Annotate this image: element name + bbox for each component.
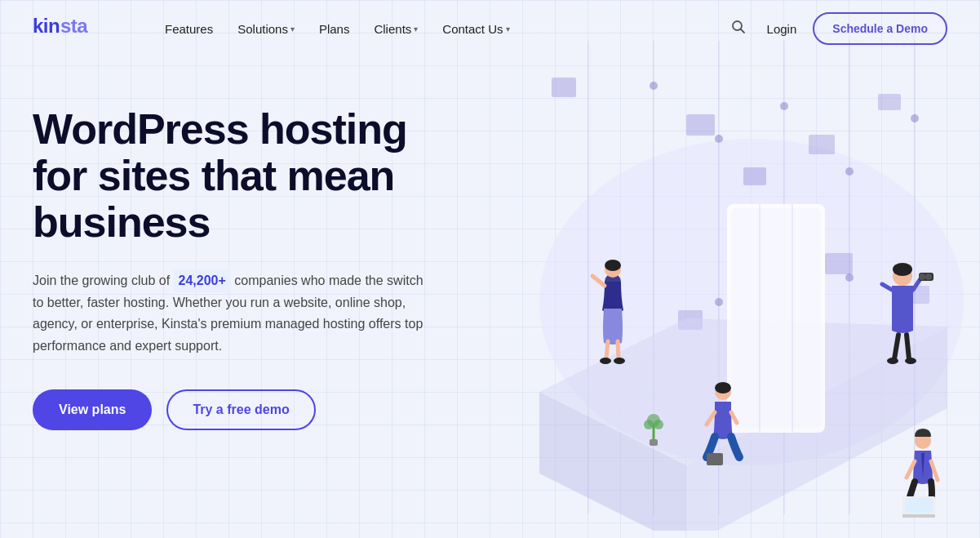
hero-buttons: View plans Try a free demo	[33, 389, 465, 430]
company-count-badge: 24,200+	[174, 269, 231, 292]
nav-links: Features Solutions ▾ Plans Clients ▾ Con…	[155, 16, 726, 42]
navbar: kin sta Features Solutions ▾ Plans Clien…	[0, 0, 980, 57]
nav-right: Login Schedule a Demo	[726, 12, 947, 45]
svg-text:sta: sta	[60, 15, 88, 37]
hero-subtitle: Join the growing club of 24,200+ compani…	[33, 269, 432, 358]
hero-section: WordPress hosting for sites that mean bu…	[0, 57, 980, 538]
nav-contact[interactable]: Contact Us ▾	[432, 16, 519, 42]
nav-clients[interactable]: Clients ▾	[364, 16, 428, 42]
schedule-demo-button[interactable]: Schedule a Demo	[813, 12, 947, 45]
login-link[interactable]: Login	[767, 22, 797, 36]
logo[interactable]: kin sta	[33, 15, 106, 43]
nav-features[interactable]: Features	[155, 16, 223, 42]
view-plans-button[interactable]: View plans	[33, 389, 152, 430]
hero-title: WordPress hosting for sites that mean bu…	[33, 106, 465, 247]
svg-line-3	[740, 29, 744, 33]
solutions-caret: ▾	[290, 24, 295, 33]
hero-content: WordPress hosting for sites that mean bu…	[33, 90, 465, 430]
nav-plans[interactable]: Plans	[309, 16, 360, 42]
try-demo-button[interactable]: Try a free demo	[166, 389, 315, 430]
contact-caret: ▾	[506, 24, 510, 33]
search-button[interactable]	[726, 15, 751, 43]
clients-caret: ▾	[414, 24, 418, 33]
nav-solutions[interactable]: Solutions ▾	[228, 16, 304, 42]
svg-text:kin: kin	[33, 15, 60, 37]
